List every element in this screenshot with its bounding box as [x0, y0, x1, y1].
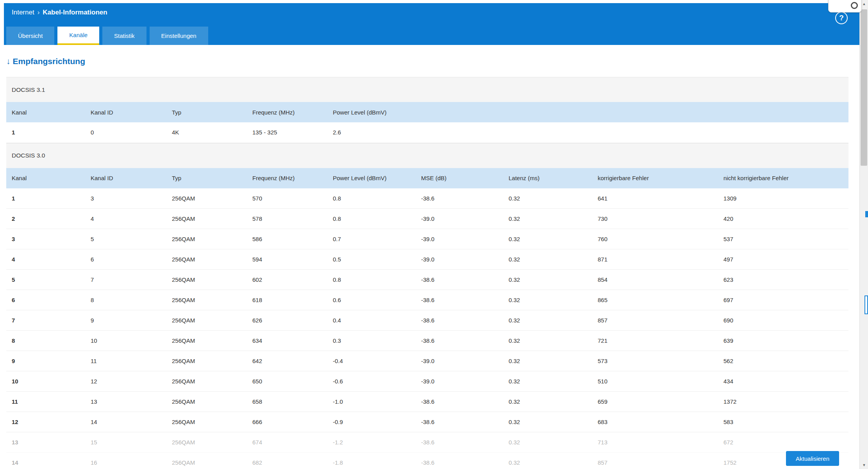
table-cell: 12	[6, 412, 85, 432]
table-cell: 626	[247, 310, 327, 331]
docsis30-table: KanalKanal IDTypFrequenz (MHz)Power Leve…	[6, 168, 848, 469]
table-cell: -38.6	[416, 331, 503, 351]
table-cell: 10	[85, 331, 166, 351]
table-row: 1012256QAM650-0.6-39.00.32510434	[6, 371, 848, 392]
table-cell: -0.9	[327, 412, 416, 432]
table-cell: -39.0	[416, 371, 503, 392]
column-header: Power Level (dBmV)	[327, 102, 416, 122]
page-title-text: Empfangsrichtung	[13, 57, 86, 66]
table-cell: 0.32	[503, 392, 592, 412]
column-header: MSE (dB)	[416, 168, 503, 188]
column-header: korrigierbare Fehler	[592, 168, 718, 188]
down-arrow-icon: ↓	[6, 57, 11, 66]
table-cell: 256QAM	[166, 310, 247, 331]
breadcrumb-parent[interactable]: Internet	[12, 9, 34, 16]
table-cell: 256QAM	[166, 209, 247, 229]
column-header: Power Level (dBmV)	[327, 168, 416, 188]
table-cell: -0.4	[327, 351, 416, 371]
table-cell: 666	[247, 412, 327, 432]
table-row: 1113256QAM658-1.0-38.60.326591372	[6, 392, 848, 412]
table-cell: 0.7	[327, 229, 416, 249]
table-cell: 0.32	[503, 188, 592, 209]
table-cell: 434	[718, 371, 848, 392]
table-row: 810256QAM6340.3-38.60.32721639	[6, 331, 848, 351]
main-content: ↓Empfangsrichtung DOCSIS 3.1 KanalKanal …	[6, 45, 848, 469]
table-cell: 854	[592, 270, 718, 290]
table-cell: 256QAM	[166, 331, 247, 351]
table-cell: 0.8	[327, 270, 416, 290]
table-row: 46256QAM5940.5-39.00.32871497	[6, 249, 848, 270]
clipped-ring-icon	[851, 2, 858, 9]
column-header: Frequenz (MHz)	[247, 102, 327, 122]
tab-einstellungen[interactable]: Einstellungen	[150, 27, 208, 45]
table-cell: 8	[6, 331, 85, 351]
empty-cell	[416, 122, 848, 143]
table-cell: 623	[718, 270, 848, 290]
table-cell: 3	[6, 229, 85, 249]
table-cell: -1.0	[327, 392, 416, 412]
table-cell: 2.6	[327, 122, 416, 143]
column-header: nicht korrigierbare Fehler	[718, 168, 848, 188]
table-cell: -39.0	[416, 249, 503, 270]
table-cell: 594	[247, 249, 327, 270]
table-cell: 642	[247, 351, 327, 371]
router-admin-page: Internet›Kabel-Informationen ? Übersicht…	[0, 0, 868, 469]
table-cell: 0.5	[327, 249, 416, 270]
table-cell: -0.6	[327, 371, 416, 392]
tab-kanaele[interactable]: Kanäle	[57, 27, 99, 45]
docsis30-section-title: DOCSIS 3.0	[6, 143, 848, 168]
table-cell: 583	[718, 412, 848, 432]
scrollbar-thumb[interactable]	[861, 9, 867, 166]
table-cell: 0.8	[327, 209, 416, 229]
table-cell: 0.32	[503, 290, 592, 310]
clipped-fragment	[864, 295, 868, 314]
column-header: Typ	[166, 168, 247, 188]
table-cell: 9	[85, 310, 166, 331]
vertical-scrollbar[interactable]: ▲ ▼	[859, 0, 868, 469]
table-cell: 0.6	[327, 290, 416, 310]
breadcrumb: Internet›Kabel-Informationen	[12, 9, 107, 16]
table-cell: 0.4	[327, 310, 416, 331]
table-row: 35256QAM5860.7-39.00.32760537	[6, 229, 848, 249]
table-cell: 562	[718, 351, 848, 371]
empty-header-cell	[416, 102, 848, 122]
breadcrumb-separator: ›	[38, 9, 40, 16]
help-icon[interactable]: ?	[835, 12, 848, 24]
table-cell: -39.0	[416, 351, 503, 371]
table-cell: 857	[592, 310, 718, 331]
table-cell: 0.32	[503, 249, 592, 270]
table-row: 68256QAM6180.6-38.60.32865697	[6, 290, 848, 310]
table-cell: 659	[592, 392, 718, 412]
column-header: Kanal	[6, 102, 85, 122]
table-cell: 0	[85, 122, 166, 143]
table-cell: 11	[85, 351, 166, 371]
table-cell: 0.32	[503, 229, 592, 249]
table-cell: 2	[6, 209, 85, 229]
page-title: ↓Empfangsrichtung	[6, 57, 848, 66]
table-cell: 0.32	[503, 351, 592, 371]
tab-statistik[interactable]: Statistik	[102, 27, 146, 45]
refresh-button[interactable]: Aktualisieren	[786, 451, 839, 466]
table-cell: 256QAM	[166, 270, 247, 290]
table-row: 24256QAM5780.8-39.00.32730420	[6, 209, 848, 229]
column-header: Latenz (ms)	[503, 168, 592, 188]
table-cell: 256QAM	[166, 392, 247, 412]
table-cell: -38.6	[416, 412, 503, 432]
table-cell: 0.32	[503, 331, 592, 351]
table-cell: 0.32	[503, 270, 592, 290]
column-header: Kanal ID	[85, 102, 166, 122]
table-cell: 420	[718, 209, 848, 229]
table-cell: 0.32	[503, 412, 592, 432]
table-cell: 8	[85, 290, 166, 310]
table-cell: 5	[85, 229, 166, 249]
table-row: 1214256QAM666-0.9-38.60.32683583	[6, 412, 848, 432]
table-cell: 721	[592, 331, 718, 351]
table-cell: 11	[6, 392, 85, 412]
table-cell: 256QAM	[166, 371, 247, 392]
breadcrumb-current: Kabel-Informationen	[43, 9, 107, 16]
table-cell: 6	[85, 249, 166, 270]
table-cell: -39.0	[416, 209, 503, 229]
table-cell: -38.6	[416, 270, 503, 290]
scrollbar-down-arrow-icon[interactable]: ▼	[860, 461, 868, 469]
tab-uebersicht[interactable]: Übersicht	[6, 27, 54, 45]
